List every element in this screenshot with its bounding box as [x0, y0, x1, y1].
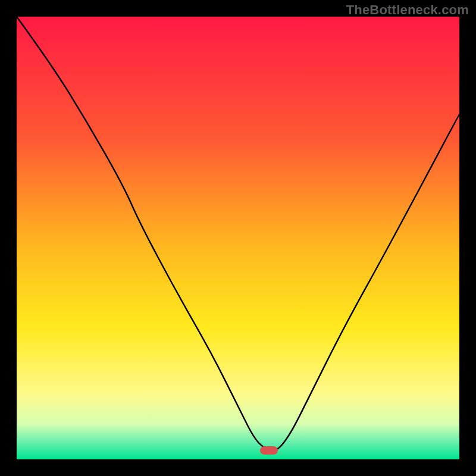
watermark-text: TheBottleneck.com — [346, 2, 469, 18]
bottleneck-chart — [0, 0, 476, 476]
chart-frame: TheBottleneck.com — [0, 0, 476, 476]
optimum-marker — [260, 446, 278, 455]
